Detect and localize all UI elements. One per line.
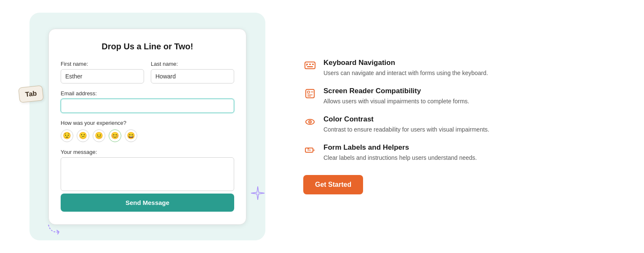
emoji-btn-1[interactable]: 😟 (61, 129, 73, 142)
send-button[interactable]: Send Message (61, 194, 234, 212)
email-input[interactable] (61, 99, 234, 113)
feature-keyboard-title: Keyboard Navigation (323, 59, 488, 67)
feature-keyboard: Keyboard Navigation Users can navigate a… (303, 59, 619, 78)
last-name-input[interactable] (151, 69, 234, 83)
main-container: Tab Drop Us a Line or Two! First name: (0, 0, 644, 253)
arrow-decoration (46, 223, 63, 237)
emoji-btn-3[interactable]: 😐 (93, 129, 105, 142)
message-group: Your message: (61, 149, 234, 191)
first-name-label: First name: (61, 61, 144, 67)
feature-screen-reader-content: Screen Reader Compatibility Allows users… (323, 87, 469, 106)
experience-label: How was your experience? (61, 120, 234, 126)
form-card: Drop Us a Line or Two! First name: Last … (48, 29, 246, 225)
feature-screen-reader-desc: Allows users with visual impairments to … (323, 97, 469, 106)
feature-form-labels: Form Labels and Helpers Clear labels and… (303, 143, 619, 162)
name-row: First name: Last name: (61, 61, 234, 83)
first-name-input[interactable] (61, 69, 144, 83)
sparkle-decoration (250, 186, 265, 202)
feature-color-contrast: Color Contrast Contrast to ensure readab… (303, 115, 619, 134)
svg-rect-2 (309, 64, 311, 65)
feature-color-contrast-title: Color Contrast (323, 115, 489, 124)
svg-rect-3 (312, 64, 314, 65)
emoji-btn-4[interactable]: 😊 (109, 129, 121, 142)
label-icon (303, 143, 317, 157)
feature-color-contrast-desc: Contrast to ensure readability for users… (323, 125, 489, 134)
emoji-btn-2[interactable]: 😕 (77, 129, 89, 142)
tab-label: Tab (25, 90, 37, 98)
left-panel: Tab Drop Us a Line or Two! First name: (25, 8, 270, 245)
emoji-btn-5[interactable]: 😄 (125, 129, 137, 142)
svg-rect-4 (307, 66, 313, 67)
feature-screen-reader-title: Screen Reader Compatibility (323, 87, 469, 95)
email-group: Email address: (61, 90, 234, 113)
svg-point-12 (310, 121, 310, 122)
svg-rect-6 (307, 91, 310, 93)
eye-icon (303, 115, 317, 129)
tab-badge: Tab (18, 85, 44, 103)
feature-color-contrast-content: Color Contrast Contrast to ensure readab… (323, 115, 489, 134)
screen-reader-icon (303, 87, 317, 100)
last-name-label: Last name: (151, 61, 234, 67)
get-started-button[interactable]: Get Started (303, 175, 363, 194)
feature-form-labels-content: Form Labels and Helpers Clear labels and… (323, 143, 477, 162)
feature-keyboard-desc: Users can navigate and interact with for… (323, 69, 488, 78)
feature-screen-reader: Screen Reader Compatibility Allows users… (303, 87, 619, 106)
last-name-group: Last name: (151, 61, 234, 83)
feature-keyboard-content: Keyboard Navigation Users can navigate a… (323, 59, 488, 78)
first-name-group: First name: (61, 61, 144, 83)
right-panel: Keyboard Navigation Users can navigate a… (303, 59, 619, 194)
feature-form-labels-title: Form Labels and Helpers (323, 143, 477, 152)
svg-rect-5 (306, 89, 314, 98)
keyboard-icon (303, 59, 317, 72)
emoji-group: 😟 😕 😐 😊 😄 (61, 129, 234, 142)
svg-rect-1 (306, 64, 308, 65)
message-input[interactable] (61, 157, 234, 191)
experience-section: How was your experience? 😟 😕 😐 😊 😄 (61, 120, 234, 142)
feature-form-labels-desc: Clear labels and instructions help users… (323, 153, 477, 162)
form-title: Drop Us a Line or Two! (61, 42, 234, 51)
email-label: Email address: (61, 90, 234, 97)
message-label: Your message: (61, 149, 234, 155)
